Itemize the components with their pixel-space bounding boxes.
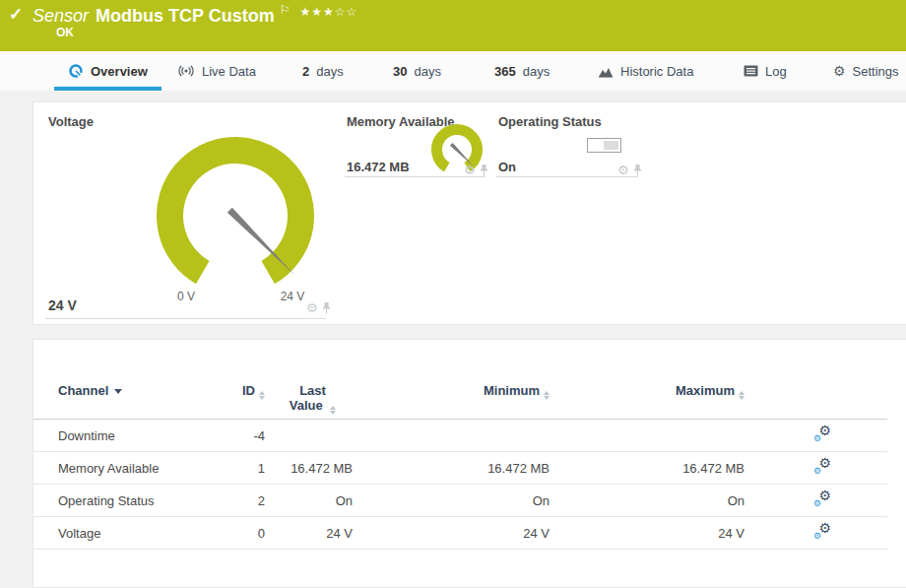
- column-header-id[interactable]: ID: [216, 383, 265, 400]
- prtg-sensor-page: ✓ SensorModbus TCP Custom⚐★★★☆☆ OK Overv…: [0, 0, 906, 588]
- operating-status-switch: [587, 138, 621, 153]
- maximum-value: 16.472 MB: [550, 461, 744, 476]
- sensor-title-row: SensorModbus TCP Custom⚐★★★☆☆: [32, 3, 357, 27]
- voltage-gauge-title: Voltage: [48, 114, 94, 129]
- tab-30-days[interactable]: 30 days: [393, 51, 441, 91]
- operating-status-value: On: [498, 160, 516, 174]
- table-row-memory-available: Memory Available 1 16.472 MB 16.472 MB 1…: [33, 452, 887, 485]
- channel-name: Downtime: [58, 428, 216, 443]
- table-row-downtime: Downtime -4 ⚙⚙: [33, 420, 887, 452]
- channel-settings-icon[interactable]: ⚙⚙: [813, 458, 831, 475]
- column-header-minimum[interactable]: Minimum: [353, 383, 550, 400]
- divider: [45, 318, 326, 319]
- tab-365-days[interactable]: 365 days: [494, 51, 550, 91]
- column-header-channel[interactable]: Channel: [58, 383, 216, 398]
- tab-bar: Overview Live Data 2 days 30 days 365 da…: [0, 51, 906, 91]
- minimum-value: On: [353, 493, 550, 508]
- voltage-gauge-actions: ⚙: [306, 301, 331, 314]
- tab-label: days: [316, 64, 343, 79]
- last-value: On: [265, 493, 353, 508]
- gauge-icon: [68, 63, 84, 79]
- pin-icon[interactable]: [633, 164, 642, 176]
- channel-settings-icon[interactable]: ⚙⚙: [813, 490, 831, 507]
- channel-id: 0: [216, 526, 265, 541]
- voltage-current-value: 24 V: [48, 297, 77, 313]
- sort-icon: [330, 406, 336, 415]
- channel-name: Voltage: [58, 526, 216, 541]
- tab-log[interactable]: Log: [744, 51, 787, 91]
- divider: [345, 176, 485, 177]
- tab-number: 30: [393, 64, 407, 79]
- switch-knob: [604, 141, 618, 150]
- active-tab-underline: [54, 87, 162, 91]
- channel-id: 2: [216, 493, 265, 508]
- historic-data-icon: [598, 65, 614, 78]
- tab-label: days: [523, 64, 550, 79]
- sort-desc-caret-icon: [114, 389, 122, 394]
- priority-stars[interactable]: ★★★☆☆: [299, 5, 357, 19]
- tab-overview[interactable]: Overview: [68, 51, 148, 91]
- gear-icon[interactable]: ⚙: [617, 163, 629, 176]
- sensor-header: ✓ SensorModbus TCP Custom⚐★★★☆☆ OK: [0, 0, 906, 51]
- tab-label: Overview: [91, 64, 148, 79]
- minimum-value: 16.472 MB: [353, 461, 550, 476]
- minimum-value: 24 V: [353, 526, 550, 541]
- tab-live-data[interactable]: Live Data: [177, 51, 256, 91]
- operating-status-title: Operating Status: [498, 114, 602, 129]
- gear-icon[interactable]: ⚙: [464, 163, 476, 176]
- tab-label: Historic Data: [620, 64, 693, 79]
- memory-gauge-actions: ⚙: [464, 163, 488, 176]
- flag-icon[interactable]: ⚐: [280, 3, 291, 17]
- voltage-scale-min: 0 V: [164, 290, 208, 303]
- gauges-panel: Voltage 0 V 24 V 24 V ⚙ Memory Available…: [32, 101, 906, 325]
- channel-name: Memory Available: [58, 461, 216, 476]
- pin-icon[interactable]: [322, 302, 331, 314]
- channel-id: 1: [216, 461, 265, 476]
- tab-settings[interactable]: ⚙ Settings: [833, 51, 899, 91]
- tab-historic-data[interactable]: Historic Data: [598, 51, 693, 91]
- memory-current-value: 16.472 MB: [347, 160, 410, 174]
- tab-number: 365: [494, 64, 516, 79]
- page-title: Modbus TCP Custom: [96, 6, 275, 26]
- last-value: 16.472 MB: [265, 461, 353, 476]
- settings-gear-icon: ⚙: [833, 64, 846, 78]
- live-data-icon: [177, 64, 195, 78]
- column-header-maximum[interactable]: Maximum: [550, 383, 744, 400]
- operating-status-actions: ⚙: [617, 163, 642, 176]
- sort-icon: [739, 391, 744, 400]
- channel-table-panel: Channel ID Last Value Minimum Maximum: [32, 339, 906, 588]
- maximum-value: On: [550, 493, 744, 508]
- tab-label: Settings: [853, 64, 899, 79]
- status-badge: OK: [56, 26, 74, 39]
- channel-name: Operating Status: [58, 493, 216, 508]
- voltage-gauge: [147, 129, 324, 296]
- status-ok-check-icon: ✓: [9, 4, 23, 25]
- tab-label: days: [414, 64, 440, 79]
- channel-settings-icon[interactable]: ⚙⚙: [813, 425, 831, 442]
- channel-table: Channel ID Last Value Minimum Maximum: [33, 379, 887, 550]
- channel-id: -4: [216, 428, 265, 443]
- object-kind-label: Sensor: [32, 6, 89, 26]
- maximum-value: 24 V: [550, 526, 744, 541]
- channel-table-header: Channel ID Last Value Minimum Maximum: [33, 379, 887, 420]
- pin-icon[interactable]: [480, 164, 488, 176]
- table-row-voltage: Voltage 0 24 V 24 V 24 V ⚙⚙: [33, 517, 887, 550]
- tab-label: Log: [765, 64, 787, 79]
- gear-icon[interactable]: ⚙: [306, 301, 318, 314]
- column-header-last-value[interactable]: Last Value: [265, 383, 353, 415]
- last-value: 24 V: [265, 526, 353, 541]
- table-row-operating-status: Operating Status 2 On On On ⚙⚙: [33, 485, 887, 517]
- divider: [496, 176, 638, 177]
- channel-settings-icon[interactable]: ⚙⚙: [813, 523, 831, 540]
- log-icon: [744, 65, 758, 77]
- tab-number: 2: [302, 64, 309, 79]
- tab-label: Live Data: [202, 64, 256, 79]
- tab-2-days[interactable]: 2 days: [302, 51, 344, 91]
